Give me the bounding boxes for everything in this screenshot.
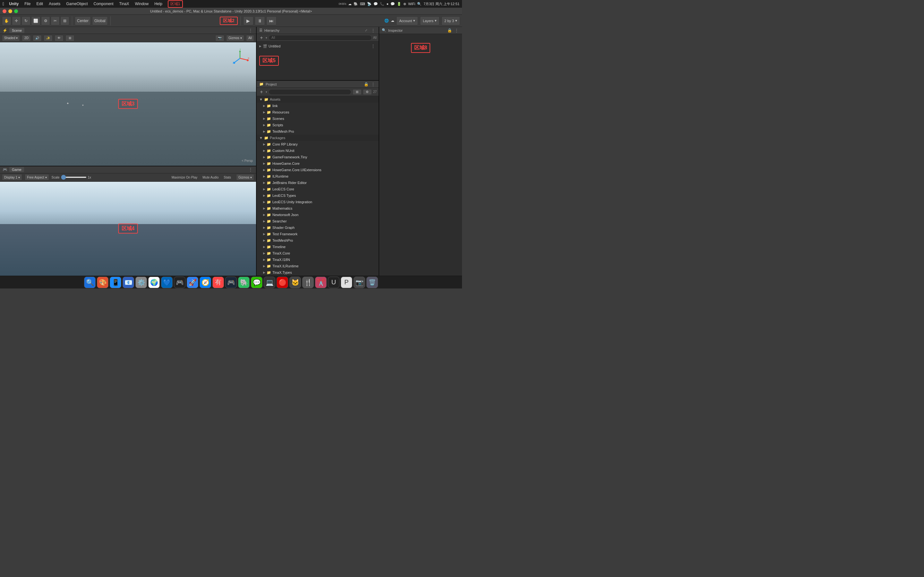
pkg-tinax-core[interactable]: ▶ 📁 TinaX.Core [257, 250, 379, 256]
pkg-ilruntime[interactable]: ▶ 📁 ILRuntime [257, 173, 379, 179]
search-icon[interactable]: 🔍 [417, 2, 422, 6]
close-button[interactable] [3, 9, 6, 13]
scene-more-button[interactable]: ⋮ [248, 27, 254, 33]
dock-vscode[interactable]: 💙 [161, 277, 173, 288]
vfx-button[interactable]: ✨ [44, 35, 53, 41]
dock-trash[interactable]: 🗑️ [367, 277, 378, 288]
display-dropdown[interactable]: Display 1 ▾ [2, 174, 22, 181]
dock-chrome[interactable]: 🌍 [148, 277, 160, 288]
pivot-button[interactable]: Center [75, 16, 91, 25]
inspector-more[interactable]: ⋮ [454, 27, 459, 33]
dock-github[interactable]: 🐱 [289, 277, 301, 288]
scale-slider[interactable] [61, 177, 87, 178]
dock-wechat[interactable]: 💬 [251, 277, 262, 288]
game-gizmos-dropdown[interactable]: Gizmos ▾ [236, 174, 254, 181]
transform-tool[interactable]: ✂ [51, 16, 60, 25]
dock-screenshot[interactable]: 📷 [354, 277, 365, 288]
project-more[interactable]: ⋮ [370, 81, 376, 87]
packages-section-header[interactable]: ▼ 📁 Packages [257, 135, 379, 141]
audio-button[interactable]: 🔊 [33, 35, 42, 41]
minimize-button[interactable] [8, 9, 12, 13]
gizmos-dropdown[interactable]: Gizmos ▾ [226, 35, 244, 41]
shading-dropdown[interactable]: Shaded ▾ [2, 35, 20, 41]
dock-terminal[interactable]: 💻 [264, 277, 275, 288]
menu-component[interactable]: Component [91, 1, 116, 7]
assets-section-header[interactable]: ▼ 📁 Assets [257, 96, 379, 103]
project-search[interactable] [268, 89, 351, 95]
project-folder-textmesh[interactable]: ▶ 📁 TextMesh Pro [257, 128, 379, 135]
fullscreen-button[interactable] [14, 9, 18, 13]
menu-help[interactable]: Help [152, 1, 165, 7]
dock-cut[interactable]: ✂️ [315, 277, 326, 288]
pkg-textmeshpro[interactable]: ▶ 📁 TextMeshPro [257, 237, 379, 243]
project-filter-btn[interactable]: ⚙ [363, 89, 372, 95]
play-button[interactable]: ▶ [243, 16, 254, 25]
dock-rider[interactable]: 🔴 [276, 277, 288, 288]
hierarchy-search[interactable] [268, 35, 372, 41]
pkg-newtonsoft[interactable]: ▶ 📁 Newtonsoft Json [257, 211, 379, 218]
dock-safari[interactable]: 🧭 [200, 277, 211, 288]
pkg-leoecs-unity[interactable]: ▶ 📁 LeoECS Unity Integration [257, 199, 379, 205]
scale-tool[interactable]: ⬜ [31, 16, 40, 25]
mute-audio[interactable]: Mute Audio [202, 176, 218, 179]
hierarchy-add-button[interactable]: + [258, 35, 264, 41]
menu-file[interactable]: File [22, 1, 33, 7]
dock-transporter[interactable]: 🚀 [187, 277, 198, 288]
dock-fork[interactable]: 🍴 [302, 277, 314, 288]
pkg-custom-nunit[interactable]: ▶ 📁 Custom NUnit [257, 147, 379, 154]
visibility-button[interactable]: 👁 [55, 35, 63, 41]
pkg-howegame-ui[interactable]: ▶ 📁 HoweGame.Core.UIExtensions [257, 167, 379, 173]
game-tab[interactable]: Game [9, 167, 24, 172]
pkg-timeline[interactable]: ▶ 📁 Timeline [257, 243, 379, 250]
stats-button[interactable]: Stats [224, 176, 231, 179]
hierarchy-more[interactable]: ⋮ [370, 27, 376, 33]
pkg-tinax-types[interactable]: ▶ 📁 TinaX.Types [257, 269, 379, 276]
pkg-test-framework[interactable]: ▶ 📁 Test Framework [257, 231, 379, 237]
step-button[interactable]: ⏭ [266, 16, 276, 25]
pkg-tinax-i18n[interactable]: ▶ 📁 TinaX.I18N [257, 256, 379, 263]
pkg-leoecs-types[interactable]: ▶ 📁 LeoECS Types [257, 192, 379, 199]
project-folder-scenes[interactable]: ▶ 📁 Scenes [257, 115, 379, 122]
dock-sysprefs[interactable]: ⚙️ [136, 277, 147, 288]
dock-appstore[interactable]: 📱 [110, 277, 121, 288]
dock-mail[interactable]: 📧 [123, 277, 134, 288]
custom-tool[interactable]: ⊞ [60, 16, 69, 25]
menu-gameobject[interactable]: GameObject [64, 1, 90, 7]
scene-more[interactable]: ⋮ [370, 43, 376, 49]
grid-button[interactable]: ⊞ [65, 35, 74, 41]
move-tool[interactable]: ✛ [12, 16, 21, 25]
scene-camera-btn[interactable]: 📷 [215, 35, 224, 41]
project-folder-resources[interactable]: ▶ 📁 Resources [257, 109, 379, 115]
menu-window[interactable]: Window [132, 1, 151, 7]
cloud-collab-icon[interactable]: 🌐 [384, 19, 389, 23]
gizmo-widget[interactable]: X Y Z [230, 49, 250, 68]
menu-assets[interactable]: Assets [47, 1, 63, 7]
pkg-howegame-core[interactable]: ▶ 📁 HoweGame.Core [257, 160, 379, 167]
2d-button[interactable]: 2D [22, 35, 31, 41]
account-dropdown[interactable]: Account ▾ [396, 16, 418, 25]
hierarchy-maximize[interactable]: ⤢ [363, 27, 369, 33]
menu-edit[interactable]: Edit [34, 1, 45, 7]
dock-finder[interactable]: 🔍 [84, 277, 95, 288]
dock-launchpad[interactable]: 🎨 [97, 277, 108, 288]
inspector-lock[interactable]: 🔒 [447, 27, 452, 33]
rect-tool[interactable]: ⚙ [41, 16, 50, 25]
apple-menu[interactable]:  [3, 1, 4, 6]
pkg-gameframework[interactable]: ▶ 📁 GameFramework.Tiny [257, 154, 379, 160]
aspect-dropdown[interactable]: Free Aspect ▾ [25, 174, 49, 181]
dock-steam[interactable]: 🎮 [225, 277, 237, 288]
project-add-button[interactable]: + [258, 89, 264, 95]
hierarchy-scene-item[interactable]: ▶ 🎬 Untitled ⋮ [257, 43, 379, 49]
layers-dropdown[interactable]: Layers ▾ [420, 16, 439, 25]
pkg-tinax-ilruntime[interactable]: ▶ 📁 TinaX.ILRuntime [257, 263, 379, 269]
layout-dropdown[interactable]: 2 by 3 ▾ [441, 16, 460, 25]
project-folder-link[interactable]: ▶ 📁 link [257, 103, 379, 109]
all-dropdown[interactable]: All [246, 35, 254, 41]
scene-tab[interactable]: Scene [9, 28, 24, 33]
pkg-jetbrains[interactable]: ▶ 📁 JetBrains Rider Editor [257, 179, 379, 186]
dock-preview[interactable]: P [341, 277, 352, 288]
pkg-core-rp[interactable]: ▶ 📁 Core RP Library [257, 141, 379, 147]
menu-tinax[interactable]: TinaX [117, 1, 132, 7]
project-view-btn[interactable]: ⊞ [352, 89, 362, 95]
space-button[interactable]: Global [92, 16, 108, 25]
